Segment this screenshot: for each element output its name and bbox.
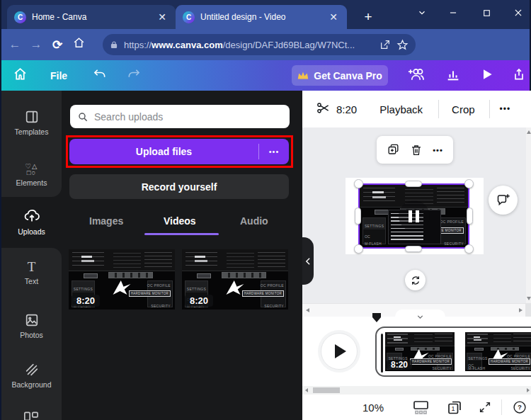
timeline-clip-filmstrip[interactable]: SETTINGS OC M-FLASH OC PROFILE HARDWARE … bbox=[375, 327, 531, 377]
bios-video-frame: SETTINGS OC M-FLASH OC PROFILE HARDWARE … bbox=[465, 332, 531, 371]
design-canvas-area[interactable]: ••• SETTINGS OC M-FLASH OC PROFILE HARDW… bbox=[302, 127, 531, 303]
timeline-panel: SETTINGS OC M-FLASH OC PROFILE HARDWARE … bbox=[302, 317, 531, 386]
search-input[interactable] bbox=[94, 111, 282, 123]
maximize-button[interactable] bbox=[475, 3, 498, 23]
share-export-icon[interactable] bbox=[512, 67, 526, 84]
search-uploads-box[interactable] bbox=[70, 105, 290, 128]
resize-handle-top-right[interactable] bbox=[464, 179, 474, 188]
undo-icon[interactable] bbox=[93, 67, 107, 84]
upload-more-kebab-icon[interactable]: ••• bbox=[259, 147, 289, 156]
back-icon[interactable]: ← bbox=[4, 38, 25, 52]
file-menu[interactable]: File bbox=[50, 70, 67, 81]
tab-videos[interactable]: Videos bbox=[164, 215, 196, 227]
collapse-timeline-tab[interactable] bbox=[395, 310, 445, 324]
sidebar-item-background[interactable]: Background bbox=[1, 355, 62, 396]
bios-top-bar bbox=[465, 332, 531, 346]
scroll-right-arrow-icon[interactable] bbox=[519, 308, 523, 312]
bios-text-rows bbox=[437, 188, 465, 205]
trim-handle[interactable] bbox=[381, 334, 383, 373]
sidebar-item-elements[interactable]: ♡△□○ Elements bbox=[1, 154, 62, 195]
uploaded-video-thumbnail-1[interactable]: SETTINGS OC M-FLASH OC PROFILE HARDWARE … bbox=[69, 249, 175, 310]
close-window-button[interactable] bbox=[507, 3, 530, 23]
analytics-chart-icon[interactable] bbox=[445, 67, 461, 85]
resize-handle-bottom-right[interactable] bbox=[464, 244, 474, 254]
chevron-down-icon bbox=[416, 312, 425, 322]
duplicate-icon[interactable] bbox=[387, 143, 400, 157]
pages-icon[interactable]: 1 bbox=[446, 399, 463, 416]
playback-button[interactable]: Playback bbox=[379, 103, 423, 115]
sidebar-item-templates[interactable]: Templates bbox=[1, 102, 62, 143]
apps-icon-partial[interactable] bbox=[23, 411, 39, 420]
browser-tab-home[interactable]: C Home - Canva ✕ bbox=[7, 5, 176, 29]
sidebar-item-uploads[interactable]: Uploads bbox=[1, 201, 62, 242]
clip-duration-label[interactable]: 8:20 bbox=[336, 103, 357, 115]
delete-trash-icon[interactable] bbox=[410, 144, 423, 157]
bios-value bbox=[195, 260, 207, 262]
collapse-panel-handle[interactable] bbox=[302, 237, 314, 285]
pause-icon[interactable] bbox=[399, 200, 430, 232]
rotate-button[interactable] bbox=[405, 270, 426, 290]
sidebar-item-text[interactable]: T Text bbox=[1, 252, 62, 293]
timeline-view-icon[interactable] bbox=[412, 399, 430, 415]
resize-handle-bottom-left[interactable] bbox=[354, 244, 363, 254]
canva-home-icon[interactable] bbox=[13, 67, 28, 84]
bookmark-star-icon[interactable] bbox=[396, 39, 409, 51]
record-yourself-button[interactable]: Record yourself bbox=[69, 174, 289, 199]
new-tab-button[interactable]: + bbox=[360, 8, 377, 25]
bios-text-rows bbox=[435, 334, 452, 344]
address-bar[interactable]: https://www.canva.com/design/DAFJd69BLag… bbox=[103, 34, 416, 55]
resize-handle-left[interactable] bbox=[355, 208, 361, 225]
playhead-marker[interactable] bbox=[371, 312, 382, 324]
browser-tab-design[interactable]: C Untitled design - Video ✕ bbox=[176, 5, 347, 29]
video-toolbar: 8:20 Playback Crop ••• bbox=[302, 91, 531, 127]
sidebar-item-photos[interactable]: Photos bbox=[1, 305, 62, 346]
selected-video-element[interactable]: SETTINGS OC M-FLASH OC PROFILE HARDWARE … bbox=[358, 183, 469, 249]
forward-icon[interactable]: → bbox=[25, 38, 47, 52]
resize-handle-top[interactable] bbox=[405, 181, 422, 187]
uploaded-video-thumbnail-2[interactable]: SETTINGS OC M-FLASH OC PROFILE HARDWARE … bbox=[182, 249, 288, 310]
timeline-horizontal-scrollbar[interactable] bbox=[302, 386, 531, 395]
present-play-icon[interactable] bbox=[480, 67, 494, 84]
close-tab-icon[interactable]: ✕ bbox=[327, 11, 340, 23]
redo-icon[interactable] bbox=[127, 67, 141, 84]
help-button[interactable]: ? bbox=[513, 400, 527, 414]
tab-images[interactable]: Images bbox=[89, 215, 123, 227]
trim-scissors-icon[interactable] bbox=[316, 101, 330, 117]
tab-search-chevron-icon[interactable] bbox=[411, 3, 433, 23]
crop-button[interactable]: Crop bbox=[452, 103, 475, 115]
scrollbar-thumb[interactable] bbox=[313, 387, 340, 393]
bios-text-rows bbox=[513, 334, 531, 344]
home-icon[interactable] bbox=[68, 37, 89, 52]
timeline-play-button[interactable] bbox=[321, 333, 358, 370]
resize-handle-bottom[interactable] bbox=[405, 246, 422, 252]
bios-text-rows bbox=[258, 252, 285, 268]
upload-files-button[interactable]: Upload files ••• bbox=[69, 139, 289, 164]
invite-members-icon[interactable] bbox=[407, 67, 425, 85]
scroll-right-arrow-icon[interactable] bbox=[527, 388, 530, 392]
tab-audio[interactable]: Audio bbox=[240, 215, 268, 227]
scroll-left-arrow-icon[interactable] bbox=[305, 388, 308, 392]
bios-mflash-label: M-FLASH bbox=[365, 242, 382, 246]
reload-icon[interactable]: ⟳ bbox=[47, 38, 68, 52]
resize-handle-top-left[interactable] bbox=[354, 179, 363, 188]
video-duration-badge: 8:20 bbox=[185, 295, 213, 307]
svg-text:?: ? bbox=[518, 404, 522, 411]
canvas-vertical-scrollbar[interactable] bbox=[526, 127, 531, 303]
toolbar-more-kebab-icon[interactable]: ••• bbox=[500, 104, 511, 114]
canvas-page[interactable]: SETTINGS OC M-FLASH OC PROFILE HARDWARE … bbox=[346, 178, 484, 254]
add-comment-button[interactable] bbox=[489, 186, 518, 215]
selection-more-kebab-icon[interactable]: ••• bbox=[433, 146, 443, 154]
bios-text-rows bbox=[144, 252, 172, 268]
scroll-left-arrow-icon[interactable] bbox=[306, 308, 309, 312]
zoom-level-label[interactable]: 10% bbox=[362, 402, 384, 414]
minimize-button[interactable] bbox=[442, 3, 464, 23]
text-icon: T bbox=[28, 260, 36, 274]
scroll-up-arrow-icon[interactable] bbox=[527, 130, 531, 134]
browser-navbar: ← → ⟳ https://www.canva.com/design/DAFJd… bbox=[1, 29, 530, 60]
share-page-icon[interactable] bbox=[379, 39, 391, 50]
fullscreen-expand-icon[interactable] bbox=[479, 401, 491, 414]
get-canva-pro-button[interactable]: Get Canva Pro bbox=[292, 65, 388, 86]
resize-handle-right[interactable] bbox=[467, 208, 473, 225]
close-tab-icon[interactable]: ✕ bbox=[156, 11, 169, 23]
scroll-down-arrow-icon[interactable] bbox=[527, 297, 531, 300]
